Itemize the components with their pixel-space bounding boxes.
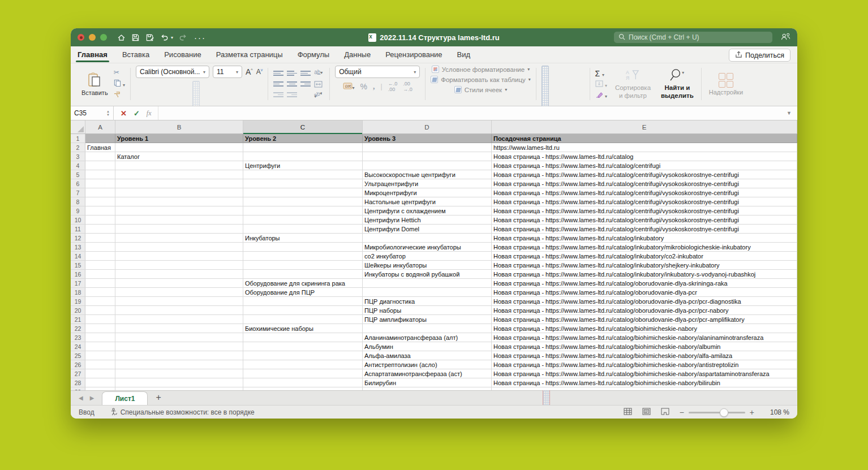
cell-A17[interactable] <box>85 279 115 288</box>
number-format-select[interactable]: Общий▾ <box>335 66 420 78</box>
cell-B25[interactable] <box>115 351 243 360</box>
cell-C20[interactable] <box>243 306 363 315</box>
cell-B15[interactable] <box>115 261 243 270</box>
share-button[interactable]: Поделиться <box>729 49 790 62</box>
align-left-icon[interactable] <box>273 80 283 88</box>
cell-E3[interactable]: Новая страница - https://www.lames-ltd.r… <box>492 152 797 161</box>
cell-E18[interactable]: Новая страница - https://www.lames-ltd.r… <box>492 288 797 297</box>
close-window-button[interactable] <box>78 34 84 41</box>
cell-D16[interactable]: Инкубаторы с водяной рубашкой <box>363 270 492 279</box>
cell-D15[interactable]: Шейкеры инкубаторы <box>363 261 492 270</box>
cell-E10[interactable]: Новая страница - https://www.lames-ltd.r… <box>492 215 797 225</box>
format-painter-icon[interactable] <box>114 91 125 100</box>
cell-B17[interactable] <box>115 279 243 288</box>
cell-E12[interactable]: Новая страница - https://www.lames-ltd.r… <box>492 234 797 243</box>
addins-button[interactable]: Надстройки <box>707 73 745 96</box>
row-header-24[interactable]: 24 <box>71 342 85 351</box>
cell-A12[interactable] <box>85 234 115 243</box>
home-icon[interactable] <box>117 33 126 42</box>
cell-E11[interactable]: Новая страница - https://www.lames-ltd.r… <box>492 225 797 234</box>
cell-C14[interactable] <box>243 252 363 261</box>
select-all-corner[interactable] <box>71 120 85 133</box>
cell-B26[interactable] <box>115 360 243 369</box>
cell-C10[interactable] <box>243 215 363 225</box>
cell-D18[interactable] <box>363 288 492 297</box>
row-header-12[interactable]: 12 <box>71 234 85 243</box>
cell-D27[interactable]: Аспартатаминотрансфераза (аст) <box>363 369 492 378</box>
cell-E2[interactable]: https://www.lames-ltd.ru <box>492 143 797 152</box>
row-header-17[interactable]: 17 <box>71 279 85 288</box>
cell-C18[interactable]: Оборудование для ПЦР <box>243 288 363 297</box>
prev-sheet-icon[interactable]: ◀ <box>79 395 83 401</box>
font-name-select[interactable]: Calibri (Основной...▾ <box>136 66 209 78</box>
cell-B20[interactable] <box>115 306 243 315</box>
cell-A28[interactable] <box>85 378 115 387</box>
row-header-15[interactable]: 15 <box>71 261 85 270</box>
cell-D5[interactable]: Высокоскоростные центрифуги <box>363 170 492 179</box>
cell-C22[interactable]: Биохимические наборы <box>243 324 363 333</box>
cell-B21[interactable] <box>115 315 243 324</box>
cell-D4[interactable] <box>363 161 492 170</box>
row-header-10[interactable]: 10 <box>71 215 85 225</box>
cell-D25[interactable]: Альфа-амилаза <box>363 351 492 360</box>
row-header-20[interactable]: 20 <box>71 306 85 315</box>
cell-E17[interactable]: Новая страница - https://www.lames-ltd.r… <box>492 279 797 288</box>
cell-A19[interactable] <box>85 297 115 306</box>
cell-E24[interactable]: Новая страница - https://www.lames-ltd.r… <box>492 342 797 351</box>
cell-C15[interactable] <box>243 261 363 270</box>
wrap-text-icon[interactable]: ab̲▾ <box>314 69 324 77</box>
cell-B24[interactable] <box>115 342 243 351</box>
cell-B5[interactable] <box>115 170 243 179</box>
row-header-5[interactable]: 5 <box>71 170 85 179</box>
cell-A10[interactable] <box>85 215 115 225</box>
cell-A29[interactable] <box>85 387 115 390</box>
cell-A27[interactable] <box>85 369 115 378</box>
tab-Разметка страницы[interactable]: Разметка страницы <box>216 47 283 63</box>
page-break-view-icon[interactable] <box>661 408 669 417</box>
cell-D2[interactable] <box>363 143 492 152</box>
decrease-indent-icon[interactable] <box>273 90 283 99</box>
cell-D24[interactable]: Альбумин <box>363 342 492 351</box>
accessibility-status[interactable]: Специальные возможности: все в порядке <box>110 408 255 417</box>
increase-indent-icon[interactable] <box>287 90 297 99</box>
cell-D10[interactable]: Центрифуги Hettich <box>363 215 492 225</box>
align-middle-icon[interactable] <box>287 69 297 77</box>
cell-D29[interactable] <box>363 387 492 390</box>
cell-B3[interactable]: Каталог <box>115 152 243 161</box>
cell-A11[interactable] <box>85 225 115 234</box>
cell-D28[interactable]: Билирубин <box>363 378 492 387</box>
search-field[interactable]: Поиск (Cmd + Ctrl + U) <box>614 32 772 43</box>
cell-D22[interactable] <box>363 324 492 333</box>
zoom-slider-knob[interactable] <box>720 408 728 417</box>
cell-B11[interactable] <box>115 225 243 234</box>
cancel-entry-icon[interactable]: ✕ <box>121 109 127 118</box>
format-as-table-button[interactable]: Форматировать как таблицу▾ <box>431 76 531 83</box>
cell-C5[interactable] <box>243 170 363 179</box>
increase-decimal-icon[interactable]: ←.0.00 <box>388 81 398 92</box>
cell-A23[interactable] <box>85 333 115 342</box>
row-header-14[interactable]: 14 <box>71 252 85 261</box>
cell-D20[interactable]: ПЦР наборы <box>363 306 492 315</box>
cell-C1[interactable]: Уровень 2 <box>243 134 363 143</box>
normal-view-icon[interactable] <box>624 408 632 417</box>
cell-E26[interactable]: Новая страница - https://www.lames-ltd.r… <box>492 360 797 369</box>
save-icon[interactable] <box>131 33 140 42</box>
row-header-4[interactable]: 4 <box>71 161 85 170</box>
cell-C17[interactable]: Оборудование для скрининга рака <box>243 279 363 288</box>
formula-input[interactable] <box>158 106 797 120</box>
save-as-icon[interactable] <box>145 33 154 42</box>
row-header-6[interactable]: 6 <box>71 179 85 188</box>
row-header-22[interactable]: 22 <box>71 324 85 333</box>
increase-font-icon[interactable]: A^ <box>246 67 253 76</box>
cell-D1[interactable]: Уровень 3 <box>363 134 492 143</box>
paste-button[interactable]: Вставить <box>79 72 110 96</box>
zoom-in-icon[interactable]: + <box>750 408 754 417</box>
cell-C25[interactable] <box>243 351 363 360</box>
cell-B2[interactable] <box>115 143 243 152</box>
cell-A6[interactable] <box>85 179 115 188</box>
cell-C4[interactable]: Центрифуги <box>243 161 363 170</box>
cell-A15[interactable] <box>85 261 115 270</box>
row-header-8[interactable]: 8 <box>71 197 85 206</box>
row-header-13[interactable]: 13 <box>71 243 85 252</box>
cell-E8[interactable]: Новая страница - https://www.lames-ltd.r… <box>492 197 797 206</box>
